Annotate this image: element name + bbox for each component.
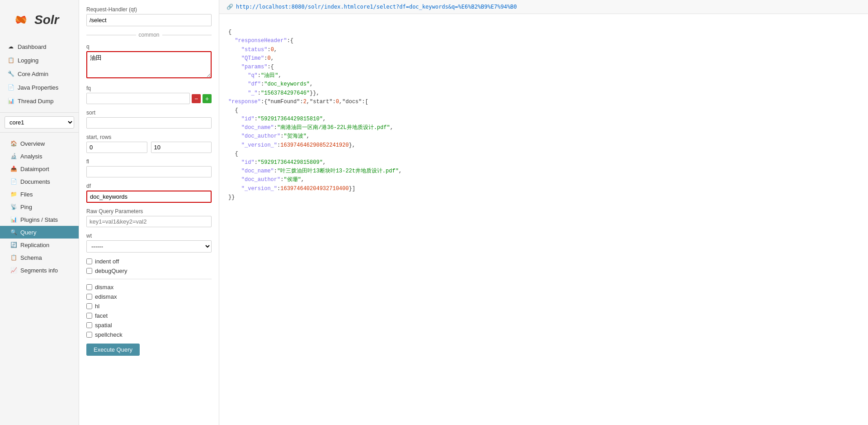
start-rows-row — [86, 142, 212, 153]
common-divider: common — [86, 32, 212, 38]
core-nav-query[interactable]: 🔍 Query — [0, 226, 79, 239]
sidebar: Solr ☁ Dashboard 📋 Logging 🔧 Core Admin … — [0, 0, 79, 425]
core-selector-area: core1 — [0, 112, 79, 133]
start-rows-group: start, rows — [86, 134, 212, 153]
df-group: df — [86, 183, 212, 203]
debug-query-checkbox[interactable] — [86, 268, 92, 274]
core-nav-overview[interactable]: 🏠 Overview — [0, 137, 79, 150]
core-nav-replication[interactable]: 🔄 Replication — [0, 239, 79, 251]
edismax-row: edismax — [86, 293, 212, 300]
q-label: q — [86, 43, 212, 50]
request-handler-input[interactable] — [86, 14, 212, 26]
core-nav-dataimport[interactable]: 📥 Dataimport — [0, 162, 79, 175]
dashboard-icon: ☁ — [7, 43, 14, 50]
edismax-checkbox[interactable] — [86, 294, 92, 300]
request-handler-label: Request-Handler (qt) — [86, 6, 212, 13]
fl-label: fl — [86, 158, 212, 165]
sidebar-item-label: Java Properties — [18, 84, 58, 91]
facet-label[interactable]: facet — [95, 312, 108, 319]
indent-off-checkbox[interactable] — [86, 258, 92, 264]
java-properties-icon: 📄 — [7, 84, 14, 91]
result-url[interactable]: http://localhost:8080/solr/index.htmlcor… — [236, 4, 517, 10]
query-results-area: Request-Handler (qt) common q fq − + — [79, 0, 868, 425]
sort-group: sort — [86, 110, 212, 129]
dismax-label[interactable]: dismax — [95, 284, 113, 291]
sidebar-item-core-admin[interactable]: 🔧 Core Admin — [0, 67, 79, 81]
debug-query-row: debugQuery — [86, 267, 212, 274]
indent-off-label[interactable]: indent off — [95, 258, 119, 265]
spatial-checkbox[interactable] — [86, 322, 92, 328]
sidebar-item-label: Logging — [18, 57, 38, 64]
core-nav-label: Files — [20, 191, 33, 198]
fq-row: − + — [86, 93, 212, 104]
raw-query-label: Raw Query Parameters — [86, 208, 212, 215]
core-selector[interactable]: core1 — [5, 116, 74, 129]
sidebar-item-thread-dump[interactable]: 📊 Thread Dump — [0, 94, 79, 108]
sidebar-item-java-properties[interactable]: 📄 Java Properties — [0, 81, 79, 94]
rows-input[interactable] — [151, 142, 212, 153]
wt-label: wt — [86, 233, 212, 239]
core-nav-segments-info[interactable]: 📈 Segments info — [0, 264, 79, 277]
sort-input[interactable] — [86, 117, 212, 129]
core-nav-label: Replication — [20, 242, 49, 248]
core-nav-label: Plugins / Stats — [20, 216, 58, 223]
overview-icon: 🏠 — [10, 140, 17, 147]
hl-checkbox[interactable] — [86, 303, 92, 309]
core-nav-files[interactable]: 📁 Files — [0, 188, 79, 201]
q-input[interactable] — [86, 51, 212, 78]
core-nav-label: Schema — [20, 254, 42, 261]
sort-label: sort — [86, 110, 212, 116]
spellcheck-row: spellcheck — [86, 331, 212, 338]
df-label: df — [86, 183, 212, 189]
query-icon: 🔍 — [10, 229, 17, 236]
core-nav-schema[interactable]: 📋 Schema — [0, 251, 79, 264]
facet-row: facet — [86, 312, 212, 319]
start-rows-label: start, rows — [86, 134, 212, 140]
spellcheck-label[interactable]: spellcheck — [95, 331, 123, 338]
sidebar-item-logging[interactable]: 📋 Logging — [0, 53, 79, 67]
core-nav-label: Dataimport — [20, 166, 49, 172]
core-nav-analysis[interactable]: 🔬 Analysis — [0, 150, 79, 162]
fq-input[interactable] — [86, 93, 190, 104]
execute-query-button[interactable]: Execute Query — [86, 344, 140, 356]
raw-query-input[interactable] — [86, 216, 212, 227]
files-icon: 📁 — [10, 191, 17, 198]
execute-area: Execute Query — [86, 344, 212, 356]
fl-group: fl — [86, 158, 212, 177]
edismax-label[interactable]: edismax — [95, 293, 117, 300]
core-nav-label: Segments info — [20, 267, 58, 274]
core-nav-label: Ping — [20, 204, 32, 210]
url-bar: 🔗 http://localhost:8080/solr/index.htmlc… — [219, 0, 868, 14]
debug-query-label[interactable]: debugQuery — [95, 267, 127, 274]
spatial-label[interactable]: spatial — [95, 322, 112, 329]
df-input[interactable] — [86, 191, 212, 203]
wt-group: wt ------ json xml csv python ruby php v… — [86, 233, 212, 253]
facet-checkbox[interactable] — [86, 313, 92, 319]
core-nav-label: Overview — [20, 140, 45, 147]
core-nav-documents[interactable]: 📄 Documents — [0, 175, 79, 188]
fl-input[interactable] — [86, 166, 212, 177]
ping-icon: 📡 — [10, 203, 17, 210]
core-nav-plugins-stats[interactable]: 📊 Plugins / Stats — [0, 213, 79, 226]
request-handler-group: Request-Handler (qt) — [86, 6, 212, 26]
sidebar-item-dashboard[interactable]: ☁ Dashboard — [0, 40, 79, 53]
section-divider — [86, 279, 212, 279]
indent-off-row: indent off — [86, 258, 212, 265]
spellcheck-checkbox[interactable] — [86, 332, 92, 338]
url-icon: 🔗 — [226, 4, 233, 10]
core-nav-label: Query — [20, 229, 36, 236]
wt-select[interactable]: ------ json xml csv python ruby php velo… — [86, 240, 212, 253]
core-nav-ping[interactable]: 📡 Ping — [0, 201, 79, 213]
dismax-checkbox[interactable] — [86, 284, 92, 290]
dataimport-icon: 📥 — [10, 165, 17, 172]
top-nav: ☁ Dashboard 📋 Logging 🔧 Core Admin 📄 Jav… — [0, 38, 79, 110]
start-input[interactable] — [86, 142, 147, 153]
solr-logo — [7, 8, 31, 32]
hl-label[interactable]: hl — [95, 303, 99, 310]
fq-add-button[interactable]: + — [203, 94, 212, 103]
segments-info-icon: 📈 — [10, 267, 17, 274]
replication-icon: 🔄 — [10, 241, 17, 248]
q-group: q — [86, 43, 212, 80]
fq-remove-button[interactable]: − — [192, 94, 201, 103]
core-nav: 🏠 Overview 🔬 Analysis 📥 Dataimport 📄 Doc… — [0, 135, 79, 278]
